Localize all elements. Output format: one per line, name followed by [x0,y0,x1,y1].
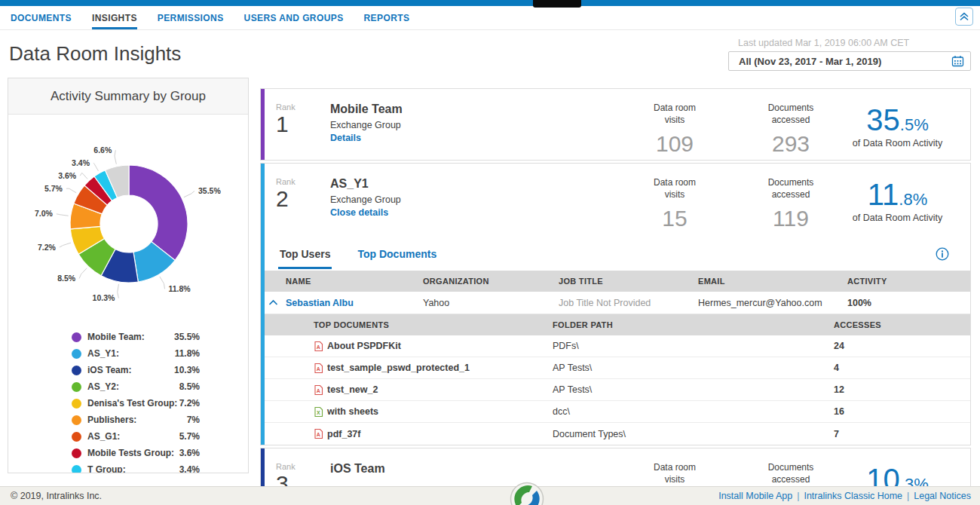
page: DOCUMENTS INSIGHTS PERMISSIONS USERS AND… [0,0,980,505]
nav-tab-documents[interactable]: DOCUMENTS [11,6,72,29]
document-name: Atest_new_2 [314,384,553,396]
label-leader-line [60,243,71,247]
donut-percent-label: 7.2% [38,243,57,252]
svg-text:A: A [317,366,320,372]
legend-value: 5.7% [179,431,200,442]
info-icon[interactable] [936,247,949,261]
nav-tab-permissions[interactable]: PERMISSIONS [158,6,224,29]
document-row[interactable]: Atest_sample_pswd_protected_1AP Tests\4 [261,357,970,379]
group-name: iOS Team [330,462,633,476]
document-name: Xwith sheets [314,406,553,418]
top-notch [533,0,581,8]
link-install-mobile-app[interactable]: Install Mobile App [718,491,792,501]
rank-caption: Rank [276,462,320,471]
copyright-text: © 2019, Intralinks Inc. [11,487,102,505]
legend-item: Mobile Tests Group:3.6% [72,445,200,461]
rank-number: 1 [276,112,320,137]
docs-label2: accessed [749,189,832,201]
calendar-icon[interactable] [951,55,964,67]
close-details-link[interactable]: Close details [330,207,388,218]
label-leader-line [115,150,116,164]
col-accesses: ACCESSES [834,320,970,329]
docs-stat: Documentsaccessed 293 [749,103,832,160]
activity-summary-panel: Activity Summary by Group 35.5%11.8%10.3… [8,78,249,473]
legend-item: Publishers:7% [72,412,200,428]
visits-label2: visits [633,474,716,486]
donut-percent-label: 8.5% [57,274,76,283]
col-organization: ORGANIZATION [423,277,559,286]
legend-label: AS_Y1: [87,348,175,359]
nav-tab-reports[interactable]: REPORTS [364,6,410,29]
legend-label: AS_Y2: [87,381,179,392]
donut-percent-label: 6.6% [93,145,112,155]
pdf-file-icon: A [314,341,323,352]
docs-label2: accessed [749,474,832,486]
visits-label2: visits [633,189,716,201]
docs-value: 293 [749,131,832,157]
rank-block: Rank 1 [276,103,320,160]
user-name-link[interactable]: Sebastian Albu [286,298,423,308]
group-name: Mobile Team [330,103,633,116]
xls-file-icon: X [314,406,323,418]
link-intralinks-classic-home[interactable]: Intralinks Classic Home [804,491,902,501]
donut-percent-label: 3.4% [72,158,90,167]
group-type: Exchange Group [330,120,633,130]
tab-top-documents[interactable]: Top Documents [356,240,438,269]
visits-label: Data room [633,103,716,115]
last-updated-text: Last updated Mar 1, 2019 06:00 AM CET [728,38,971,48]
legend-value: 3.6% [179,448,200,458]
pdf-file-icon: A [314,384,323,396]
donut-segment-0 [129,165,188,260]
collapse-panel-button[interactable] [955,8,973,26]
group-name: AS_Y1 [330,177,633,191]
document-accesses: 24 [834,341,970,351]
document-row[interactable]: Xwith sheetsdcc\16 [261,401,970,423]
label-leader-line [66,188,76,193]
document-row[interactable]: Atest_new_2AP Tests\12 [261,379,970,401]
link-separator: | [907,491,909,501]
donut-percent-label: 10.3% [93,293,115,302]
label-leader-line [80,173,87,179]
group-card-as-y1: Rank 2 AS_Y1 Exchange Group Close detail… [260,163,971,445]
legend-swatch [72,448,81,458]
group-color-strip [261,164,265,445]
nav-tab-insights[interactable]: INSIGHTS [92,6,137,29]
document-row[interactable]: Apdf_37fDocument Types\7 [261,423,970,445]
col-name: NAME [286,277,423,286]
document-folder-path: AP Tests\ [553,384,834,395]
details-link[interactable]: Details [330,133,361,143]
document-accesses: 4 [834,363,970,373]
activity-percent: 11.8% of Data Room Activity [832,177,963,237]
legend-item: T Group:3.4% [72,461,200,473]
top-accent-bar [0,0,980,6]
visits-value: 109 [633,131,716,157]
activity-percent: 35.5% of Data Room Activity [832,103,963,160]
svg-text:A: A [317,388,320,393]
link-legal-notices[interactable]: Legal Notices [914,491,971,501]
visits-value: 15 [633,206,716,231]
document-accesses: 7 [834,429,970,439]
group-type: Exchange Group [330,194,633,205]
col-folder-path: FOLDER PATH [553,320,834,329]
group-info: Mobile Team Exchange Group Details [330,103,633,160]
document-row[interactable]: AAbout PSPDFKitPDFs\24 [261,335,970,357]
nav-tab-users-and-groups[interactable]: USERS AND GROUPS [244,6,344,29]
date-range-select[interactable]: All (Nov 23, 2017 - Mar 1, 2019) [728,51,971,71]
detail-tabs: Top Users Top Documents [261,237,970,271]
legend-label: T Group: [87,464,179,473]
document-accesses: 16 [834,406,970,417]
legend-label: Mobile Team: [87,332,174,342]
legend-value: 35.5% [174,332,200,342]
docs-label: Documents [749,103,832,115]
document-folder-path: dcc\ [553,406,834,417]
tab-top-users[interactable]: Top Users [278,240,332,269]
user-job-title: Job Title Not Provided [559,298,698,308]
col-activity: ACTIVITY [840,277,970,286]
user-row-sebastian-albu[interactable]: Sebastian Albu Yahoo Job Title Not Provi… [261,292,970,314]
link-separator: | [797,491,799,501]
svg-text:A: A [317,432,320,437]
document-name: AAbout PSPDFKit [314,341,553,352]
intralinks-logo [510,482,544,505]
visits-stat: Data roomvisits 15 [633,177,716,237]
docs-stat: Documentsaccessed 119 [749,177,832,237]
